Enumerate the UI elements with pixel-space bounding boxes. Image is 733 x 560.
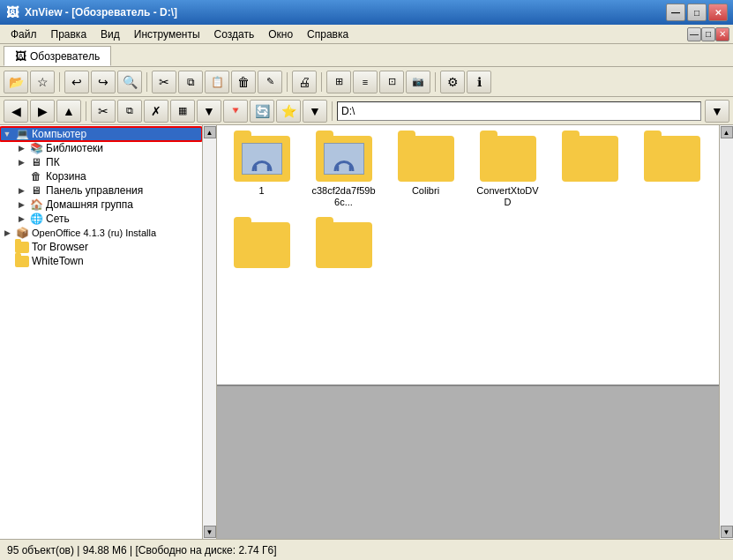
file-grid-scroll[interactable]: 1 c38cf2da7f59b6c...: [217, 125, 719, 385]
tb-btn-forward[interactable]: ↪: [91, 71, 116, 93]
tb-btn-paste[interactable]: 📋: [205, 71, 229, 93]
tb-btn-info[interactable]: ℹ: [467, 71, 491, 93]
sidebar-item-trash[interactable]: ▶ 🗑 Корзина: [0, 169, 202, 183]
content-scroll-up[interactable]: ▲: [721, 126, 733, 138]
sidebar-item-tor-browser[interactable]: ▶ Tor Browser: [0, 240, 202, 254]
sidebar-item-whitetown[interactable]: ▶ WhiteTown: [0, 254, 202, 268]
tb-sep-5: [435, 72, 436, 92]
address-bar[interactable]: D:\: [337, 101, 701, 121]
nav-grid[interactable]: ▦: [170, 100, 195, 123]
tab-browser[interactable]: 🖼 Обозреватель: [4, 46, 111, 66]
sidebar-scroll-down[interactable]: ▼: [204, 526, 216, 538]
sidebar: ▼ 💻 Компьютер ▶ 📚 Библиотеки ▶ 🖥 ПК ▶ 🗑 …: [0, 125, 203, 539]
tb-btn-back[interactable]: ↩: [64, 71, 89, 93]
file-item-colibri[interactable]: Colibri: [388, 132, 463, 212]
menubar: Файл Правка Вид Инструменты Создать Окно…: [0, 25, 733, 44]
file-item-1[interactable]: 1: [224, 132, 299, 212]
nav-fav[interactable]: ⭐: [276, 100, 301, 123]
tb-btn-print[interactable]: 🖨: [292, 71, 317, 93]
titlebar-buttons: — □ ✕: [666, 4, 728, 21]
file-item-6[interactable]: [634, 132, 709, 212]
nav-delete[interactable]: ✗: [144, 100, 168, 123]
sidebar-item-computer[interactable]: ▼ 💻 Компьютер: [0, 127, 202, 141]
tb-sep-1: [59, 72, 60, 92]
network-icon: 🌐: [28, 213, 44, 225]
openoffice-icon: 📦: [14, 227, 30, 239]
menu-view[interactable]: Вид: [93, 26, 127, 42]
expand-computer-icon[interactable]: ▼: [0, 130, 14, 138]
file-label-2: c38cf2da7f59b6c...: [310, 185, 378, 208]
statusbar: 95 объект(ов) | 94.88 М6 | [Свободно на …: [0, 539, 733, 560]
close-button[interactable]: ✕: [708, 4, 728, 21]
sidebar-label-libraries: Библиотеки: [46, 142, 103, 154]
nav-sep-2: [332, 101, 333, 121]
file-item-8[interactable]: [306, 219, 381, 275]
sidebar-label-whitetown: WhiteTown: [32, 255, 84, 267]
tb-btn-del[interactable]: 🗑: [231, 71, 256, 93]
address-dropdown[interactable]: ▼: [705, 100, 729, 123]
expand-control-icon[interactable]: ▶: [14, 186, 28, 195]
tb-btn-star[interactable]: ☆: [30, 71, 55, 93]
menu-help[interactable]: Справка: [300, 26, 355, 42]
tb-btn-view1[interactable]: ⊞: [326, 71, 351, 93]
menubar-restore[interactable]: □: [701, 27, 715, 41]
file-label-convertxtodvd: ConvertXtoDVD: [474, 185, 542, 208]
nav-cut[interactable]: ✂: [91, 100, 116, 123]
menu-window[interactable]: Окно: [261, 26, 300, 42]
maximize-button[interactable]: □: [687, 4, 707, 21]
sidebar-item-pc[interactable]: ▶ 🖥 ПК: [0, 155, 202, 169]
nav-filter[interactable]: 🔻: [223, 100, 248, 123]
nav-fav-down[interactable]: ▼: [303, 100, 327, 123]
nav-sep-1: [86, 101, 86, 121]
tb-btn-browse[interactable]: 📂: [4, 71, 28, 93]
sidebar-item-openoffice[interactable]: ▶ 📦 OpenOffice 4.1.3 (ru) Installa: [0, 226, 202, 240]
tb-btn-copy[interactable]: ⧉: [178, 71, 203, 93]
sidebar-item-control-panel[interactable]: ▶ 🖥 Панель управления: [0, 183, 202, 198]
nav-refresh[interactable]: 🔄: [250, 100, 274, 123]
sidebar-label-openoffice: OpenOffice 4.1.3 (ru) Installa: [32, 228, 156, 238]
file-item-7[interactable]: [224, 219, 299, 275]
sidebar-label-homegroup: Домашняя группа: [46, 198, 133, 211]
expand-oo-icon[interactable]: ▶: [0, 228, 14, 237]
sidebar-item-homegroup[interactable]: ▶ 🏠 Домашняя группа: [0, 198, 202, 212]
nav-back[interactable]: ◀: [4, 100, 28, 123]
app-icon: 🖼: [5, 5, 19, 19]
menubar-close[interactable]: ✕: [715, 27, 729, 41]
expand-homegroup-icon[interactable]: ▶: [14, 200, 28, 209]
content-scroll-down[interactable]: ▼: [721, 526, 733, 538]
expand-pc-icon[interactable]: ▶: [14, 158, 28, 167]
pc-icon: 🖥: [28, 156, 44, 168]
file-item-convertxtodvd[interactable]: ConvertXtoDVD: [470, 132, 545, 212]
tb-btn-view3[interactable]: ⊡: [379, 71, 404, 93]
menu-create[interactable]: Создать: [207, 26, 262, 42]
titlebar: 🖼 XnView - [Обозреватель - D:\] — □ ✕: [0, 0, 733, 25]
tb-btn-cut[interactable]: ✂: [152, 71, 176, 93]
tb-btn-search[interactable]: 🔍: [117, 71, 142, 93]
file-item-5[interactable]: [552, 132, 627, 212]
menu-tools[interactable]: Инструменты: [127, 26, 207, 42]
menubar-minimize[interactable]: —: [687, 27, 701, 41]
sidebar-label-trash: Корзина: [46, 170, 86, 183]
main-area: ▼ 💻 Компьютер ▶ 📚 Библиотеки ▶ 🖥 ПК ▶ 🗑 …: [0, 125, 733, 539]
tb-btn-view2[interactable]: ≡: [353, 71, 378, 93]
nav-down[interactable]: ▼: [197, 100, 221, 123]
tabbar: 🖼 Обозреватель: [0, 44, 733, 67]
nav-forward[interactable]: ▶: [30, 100, 55, 123]
toolbar2: ◀ ▶ ▲ ✂ ⧉ ✗ ▦ ▼ 🔻 🔄 ⭐ ▼ D:\ ▼: [0, 97, 733, 125]
minimize-button[interactable]: —: [666, 4, 685, 21]
expand-network-icon[interactable]: ▶: [14, 214, 28, 223]
sidebar-scroll-up[interactable]: ▲: [204, 126, 216, 138]
nav-up[interactable]: ▲: [56, 100, 81, 123]
tb-btn-settings[interactable]: ⚙: [440, 71, 465, 93]
nav-copy[interactable]: ⧉: [117, 100, 142, 123]
sidebar-item-network[interactable]: ▶ 🌐 Сеть: [0, 212, 202, 226]
menu-file[interactable]: Файл: [4, 26, 44, 42]
homegroup-icon: 🏠: [28, 198, 44, 211]
statusbar-text: 95 объект(ов) | 94.88 М6 | [Свободно на …: [7, 544, 277, 556]
menu-edit[interactable]: Правка: [44, 26, 94, 42]
sidebar-item-libraries[interactable]: ▶ 📚 Библиотеки: [0, 141, 202, 155]
tb-btn-rename[interactable]: ✎: [258, 71, 282, 93]
tb-btn-view4[interactable]: 📷: [406, 71, 430, 93]
expand-libraries-icon[interactable]: ▶: [14, 144, 28, 153]
file-item-2[interactable]: c38cf2da7f59b6c...: [306, 132, 381, 212]
